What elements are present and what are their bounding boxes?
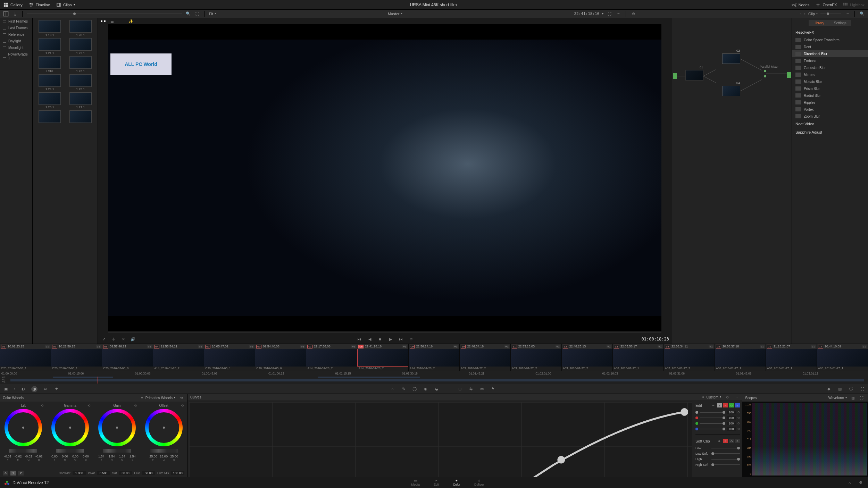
clip-thumbnail[interactable]: 0110:01:23:15V1C20_2016-02-05_1 <box>0 344 51 371</box>
clip-thumbnail[interactable]: 1422:56:34:11V1A03_2016-01-27_2 <box>664 344 715 371</box>
star-icon[interactable]: ★ <box>53 386 60 392</box>
page-2-button[interactable]: 2 <box>18 471 24 476</box>
still-thumbnail[interactable]: 1.24.1 <box>35 74 64 91</box>
clip-dropdown[interactable]: Clip▾ <box>808 12 818 16</box>
tab-library[interactable]: Library <box>809 20 829 26</box>
still-thumbnail[interactable]: 1.20.1 <box>66 20 95 37</box>
page-color[interactable]: ✦Color <box>453 479 461 486</box>
fx-item[interactable]: Emboss <box>792 57 868 64</box>
still-thumbnail[interactable] <box>66 110 95 124</box>
fullscreen-icon[interactable]: ⛶ <box>606 11 612 17</box>
close-icon[interactable]: ✕ <box>120 336 126 342</box>
fx-item[interactable]: Mirrors <box>792 71 868 78</box>
mini-timeline[interactable]: 01:00:00:0001:00:15:0601:00:30:0601:00:4… <box>0 371 868 384</box>
page-deliver[interactable]: ⇪Deliver <box>474 479 484 486</box>
clip-thumbnail[interactable]: 0510:05:47:02V1C20_2016-02-05_1 <box>204 344 255 371</box>
snapshot-icon[interactable]: ▭ <box>479 386 485 392</box>
wand-icon[interactable]: ✨ <box>128 18 134 24</box>
page-a-button[interactable]: A <box>3 471 8 476</box>
export-icon[interactable]: ⭳ <box>12 11 18 17</box>
fx-item[interactable]: Color Space Transform <box>792 36 868 43</box>
viewer-scrubber[interactable] <box>108 331 661 335</box>
fx-item[interactable]: Gaussian Blur <box>792 64 868 71</box>
nodes-toggle[interactable]: Nodes <box>792 2 810 7</box>
still-thumbnail[interactable]: 1.25.1 <box>66 74 95 91</box>
contrast-input[interactable] <box>73 471 86 475</box>
node-graph[interactable]: 01 02 04 Parallel Mixer <box>672 18 792 344</box>
chan-b[interactable]: B <box>735 403 740 407</box>
expand-icon[interactable]: ⛶ <box>194 11 200 17</box>
fx-item[interactable]: Dent <box>792 43 868 50</box>
nodeview-icon[interactable] <box>100 18 106 24</box>
gallery-album[interactable]: First Frames <box>0 18 32 25</box>
picker-icon[interactable]: ↗ <box>101 336 107 342</box>
tab-settings[interactable]: Settings <box>829 20 851 26</box>
pen-icon[interactable]: ✎ <box>400 386 407 392</box>
lummix-input[interactable] <box>171 471 184 475</box>
reset-wheels-icon[interactable]: ⟲ <box>178 395 184 401</box>
key-icon[interactable]: ⊞ <box>457 386 463 392</box>
fx-item[interactable]: Directional Blur <box>792 50 868 57</box>
r-val[interactable]: 100 <box>727 416 736 420</box>
clip-thumbnail[interactable]: 0609:54:40:08V1C20_2016-02-05_0 <box>255 344 306 371</box>
page-media[interactable]: ▭Media <box>411 479 420 486</box>
still-thumbnail[interactable]: 1.19.1 <box>35 20 64 37</box>
step-back-icon[interactable]: ◀ <box>367 336 373 342</box>
node-02[interactable]: 02 <box>722 53 740 64</box>
info-icon[interactable]: ⓘ <box>848 386 854 392</box>
node-input-port[interactable] <box>673 73 677 79</box>
wheel-icon[interactable]: ◐ <box>20 386 26 392</box>
scopes-mode-dropdown[interactable]: Waveform▾ <box>828 396 847 400</box>
keyframe-icon[interactable]: ◆ <box>826 386 832 392</box>
chan-y[interactable]: Y <box>717 403 722 407</box>
b-val[interactable]: 100 <box>727 427 736 431</box>
wheel-gain[interactable]: Gain⟲1.541.541.541.54YRGB <box>94 402 141 469</box>
gallery-album[interactable]: Moonlight <box>0 44 32 51</box>
sat-input[interactable] <box>119 471 132 475</box>
timeline-toggle[interactable]: Timeline <box>29 2 50 7</box>
hue-input[interactable] <box>142 471 155 475</box>
chan-g[interactable]: G <box>729 403 734 407</box>
wheel-lift[interactable]: Lift⟲-0.02-0.02-0.02-0.02YRGB <box>0 402 47 469</box>
circle-icon[interactable]: ◯ <box>411 386 418 392</box>
camera-icon[interactable]: ▣ <box>3 386 9 392</box>
master-dropdown[interactable]: Master▾ <box>388 12 402 16</box>
clip-thumbnail[interactable]: 1322:03:58:17V1A08_2016-01-27_1 <box>613 344 664 371</box>
add-icon[interactable]: ✢ <box>110 336 117 342</box>
more3-icon[interactable]: ⋯ <box>733 394 739 400</box>
more2-icon[interactable]: ⋯ <box>844 11 850 17</box>
chan-r[interactable]: R <box>723 403 728 407</box>
flag-icon[interactable]: ⚑ <box>490 386 496 392</box>
still-thumbnail[interactable]: 1.21.1 <box>35 38 64 55</box>
still-thumbnail[interactable] <box>35 110 64 124</box>
target-icon[interactable]: ◎ <box>31 386 37 392</box>
fx-item[interactable]: Zoom Blur <box>792 113 868 120</box>
stop-icon[interactable]: ■ <box>377 336 383 342</box>
clip-thumbnail[interactable]: 0421:55:54:11V1A14_2016-01-28_2 <box>153 344 204 371</box>
link3-icon[interactable]: ⚭ <box>716 438 722 444</box>
next-clip-icon[interactable]: ⏭ <box>398 336 404 342</box>
search2-icon[interactable]: 🔍 <box>859 11 865 17</box>
clips-dropdown[interactable]: Clips ▾ <box>56 2 75 7</box>
playhead[interactable] <box>98 377 98 384</box>
scope-icon[interactable]: ▥ <box>837 386 843 392</box>
viewer-screen[interactable]: ALL PC World <box>108 24 661 331</box>
still-thumbnail[interactable]: I.Still <box>35 56 64 73</box>
still-thumbnail[interactable]: 1.27.1 <box>66 92 95 109</box>
drop-icon[interactable]: ◒ <box>434 386 440 392</box>
expand2-icon[interactable]: ⛶ <box>859 386 865 392</box>
sc-g[interactable]: G <box>729 439 734 443</box>
fx-item[interactable]: Radial Blur <box>792 92 868 99</box>
clip-thumbnail[interactable]: 1621:15:21:07V1A08_2016-01-27_1 <box>766 344 817 371</box>
clip-thumbnail[interactable]: 0210:21:59:15V1C20_2016-02-05_1 <box>51 344 102 371</box>
y-val[interactable]: 100 <box>727 411 736 414</box>
sc-b[interactable]: B <box>735 439 740 443</box>
gallery-album[interactable]: Last Frames <box>0 25 32 31</box>
page-edit[interactable]: ✂Edit <box>434 479 439 486</box>
clip-thumbnail[interactable]: 1720:44:10:09V1A08_2016-01-27_1 <box>817 344 868 371</box>
node-01[interactable]: 01 <box>685 70 703 81</box>
node-output-port[interactable] <box>787 72 791 78</box>
clip-thumbnail[interactable]: 1122:53:15:03V1A03_2016-01-27_2 <box>511 344 562 371</box>
node-04[interactable]: 04 <box>722 86 740 96</box>
wheel-gamma[interactable]: Gamma⟲0.000.000.000.00YRGB <box>47 402 94 469</box>
